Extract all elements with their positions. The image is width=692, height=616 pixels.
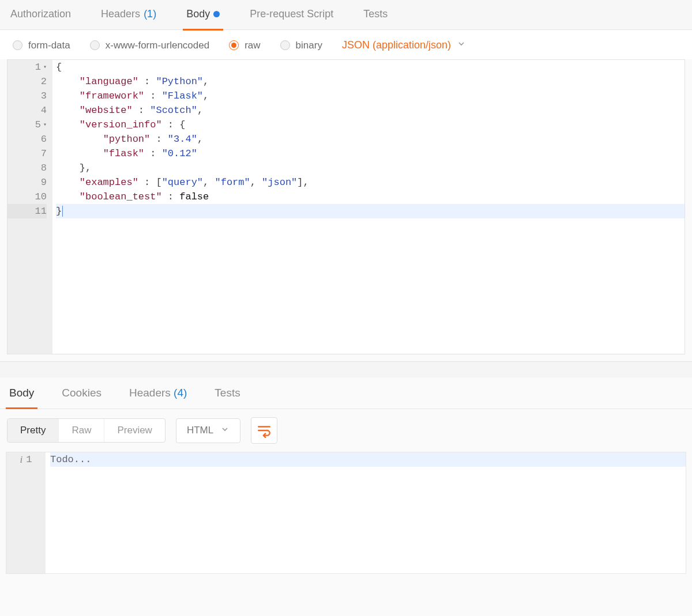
response-tabs: Body Cookies Headers (4) Tests: [0, 377, 692, 409]
tab-body[interactable]: Body: [186, 8, 220, 24]
body-type-urlencoded[interactable]: x-www-form-urlencoded: [90, 40, 209, 51]
content-type-dropdown[interactable]: JSON (application/json): [342, 39, 466, 51]
tab-badge: (1): [144, 8, 156, 20]
radio-icon: [280, 40, 290, 50]
editor-gutter: i1: [6, 452, 46, 573]
view-mode-raw[interactable]: Raw: [59, 419, 104, 442]
editor-code[interactable]: Todo...: [46, 452, 686, 573]
resp-tab-cookies[interactable]: Cookies: [62, 383, 101, 403]
tab-authorization[interactable]: Authorization: [10, 8, 71, 24]
tab-label: Body: [9, 387, 34, 399]
tab-label: Pre-request Script: [250, 8, 333, 20]
chevron-down-icon: [457, 39, 466, 51]
format-select[interactable]: HTML: [176, 418, 240, 443]
body-type-raw[interactable]: raw: [229, 40, 260, 51]
radio-label: x-www-form-urlencoded: [106, 40, 209, 51]
view-mode-segmented: Pretty Raw Preview: [7, 418, 166, 443]
tab-pre-request-script[interactable]: Pre-request Script: [250, 8, 333, 24]
radio-label: form-data: [28, 40, 70, 51]
tab-label: Cookies: [62, 387, 101, 399]
radio-label: raw: [245, 40, 260, 51]
unsaved-dot-icon: [213, 11, 220, 17]
body-type-form-data[interactable]: form-data: [13, 40, 70, 51]
resp-tab-tests[interactable]: Tests: [215, 383, 240, 403]
radio-icon: [229, 40, 239, 50]
wrap-icon: [257, 423, 272, 438]
response-toolbar: Pretty Raw Preview HTML: [0, 409, 692, 452]
tab-label: Authorization: [10, 8, 71, 20]
tab-headers[interactable]: Headers (1): [101, 8, 156, 24]
tab-label: Tests: [215, 387, 240, 399]
view-mode-preview[interactable]: Preview: [104, 419, 164, 442]
view-mode-pretty[interactable]: Pretty: [7, 419, 59, 442]
radio-icon: [90, 40, 100, 50]
body-type-options: form-data x-www-form-urlencoded raw bina…: [0, 30, 692, 59]
format-label: HTML: [187, 425, 213, 436]
tab-label: Body: [186, 8, 210, 20]
tab-label: Tests: [363, 8, 388, 20]
tab-label: Headers: [101, 8, 140, 20]
tab-badge: (4): [174, 387, 187, 399]
content-type-label: JSON (application/json): [342, 39, 451, 51]
resp-tab-headers[interactable]: Headers (4): [129, 383, 187, 403]
editor-gutter: 1▾2345▾67891011: [7, 60, 52, 354]
tab-label: Headers: [129, 387, 171, 399]
tab-tests[interactable]: Tests: [363, 8, 388, 24]
editor-code[interactable]: { "language" : "Python", "framework" : "…: [52, 60, 685, 354]
chevron-down-icon: [220, 425, 230, 437]
radio-icon: [13, 40, 22, 50]
request-tabs: Authorization Headers (1) Body Pre-reque…: [0, 0, 692, 30]
request-body-editor[interactable]: 1▾2345▾67891011 { "language" : "Python",…: [7, 59, 685, 354]
wrap-lines-button[interactable]: [251, 417, 277, 444]
body-type-binary[interactable]: binary: [280, 40, 322, 51]
response-body-editor[interactable]: i1 Todo...: [6, 452, 686, 574]
resp-tab-body[interactable]: Body: [9, 383, 34, 403]
radio-label: binary: [296, 40, 322, 51]
panel-divider[interactable]: [0, 361, 692, 377]
